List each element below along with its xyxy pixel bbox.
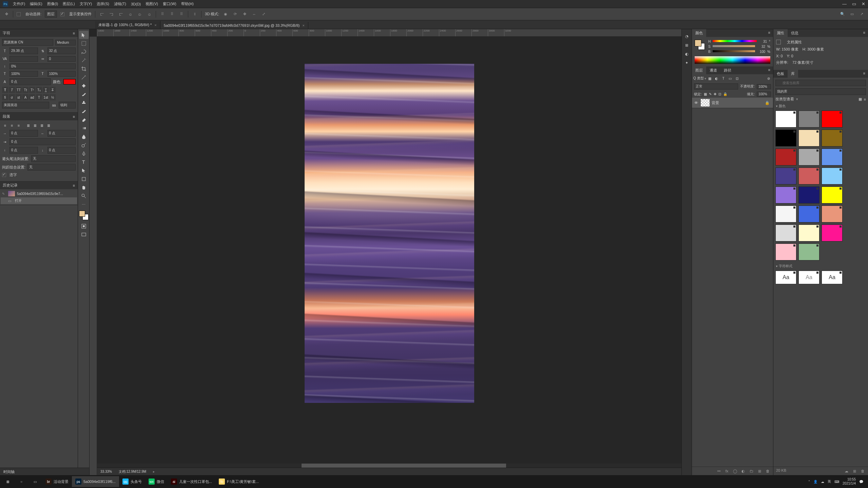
fx-icon[interactable]: fx — [724, 468, 730, 474]
kerning-input[interactable] — [9, 56, 38, 62]
zoom-level[interactable]: 33.33% — [100, 470, 112, 473]
start-button[interactable]: ⊞ — [1, 476, 14, 487]
swatch-item[interactable] — [822, 206, 843, 222]
brush-tool[interactable] — [79, 90, 89, 98]
allcaps-button[interactable]: TT — [16, 87, 22, 93]
lock-position-icon[interactable]: ✥ — [714, 92, 716, 96]
lock-icon[interactable]: 🔒 — [765, 101, 772, 105]
bri-value[interactable]: 100 — [757, 50, 765, 54]
view-by-label[interactable]: 按类型查看 — [775, 97, 794, 102]
hue-value[interactable]: 31 — [759, 40, 767, 43]
timeline-panel-tab[interactable]: 时间轴 — [0, 468, 90, 475]
taskbar-app[interactable]: ps5a0094e03f119f6... — [72, 476, 119, 487]
fill-input[interactable]: 100% — [757, 92, 771, 97]
menu-help[interactable]: 帮助(H) — [181, 1, 194, 6]
swatch-item[interactable] — [822, 225, 843, 241]
italic-button[interactable]: T — [9, 87, 15, 93]
tray-people-icon[interactable]: 👤 — [813, 480, 817, 484]
close-icon[interactable]: ✕ — [862, 1, 865, 6]
layer-thumb[interactable] — [701, 99, 710, 106]
hyphen-input[interactable]: 无 — [31, 155, 76, 162]
maximize-icon[interactable]: ▭ — [852, 1, 856, 6]
x-value[interactable]: 0 — [780, 54, 783, 58]
res-value[interactable]: 72 像素/英寸 — [792, 60, 813, 65]
taskbar-app[interactable]: br活动背景 — [42, 476, 72, 487]
filter-type-icon[interactable]: T — [720, 76, 727, 81]
align-top-icon[interactable]: ⫏ — [127, 11, 133, 17]
taskbar-app[interactable]: qq头条号 — [119, 476, 145, 487]
swatch-item[interactable] — [822, 187, 843, 203]
panel-menu-icon[interactable]: ≡ — [861, 70, 868, 78]
font-style-input[interactable]: Medium — [55, 40, 76, 45]
char-style-3[interactable]: Aa — [822, 271, 843, 284]
shift-input[interactable]: 0 点 — [9, 78, 51, 85]
share-icon[interactable]: ↗ — [859, 11, 865, 17]
sat-slider[interactable] — [713, 45, 755, 48]
vertical-ruler[interactable] — [90, 37, 97, 475]
ot-a-button[interactable]: A — [22, 94, 28, 100]
indent-left-input[interactable]: 0 点 — [9, 130, 38, 137]
indent-first-input[interactable]: 0 点 — [9, 138, 76, 145]
swatch-item[interactable] — [798, 206, 819, 222]
swatch-item[interactable] — [798, 168, 819, 184]
distribute-2-icon[interactable]: ⠿ — [169, 11, 175, 17]
workspace-icon[interactable]: ▭ — [849, 11, 855, 17]
lasso-tool[interactable] — [79, 48, 89, 56]
new-layer-icon[interactable]: ⊞ — [757, 468, 762, 474]
align-center-button[interactable]: ≡ — [9, 122, 15, 129]
swatch-item[interactable] — [798, 130, 819, 147]
swatch-item[interactable] — [775, 187, 796, 203]
text-color-swatch[interactable] — [63, 79, 76, 84]
tab-properties[interactable]: 属性 — [773, 29, 788, 37]
opacity-input[interactable]: 100% — [757, 84, 771, 89]
move-tool-icon[interactable]: ✥ — [3, 11, 9, 17]
foreground-color[interactable] — [79, 211, 85, 217]
menu-file[interactable]: 文件(F) — [13, 1, 25, 6]
lock-artboard-icon[interactable]: ⊡ — [718, 92, 721, 96]
mask-icon[interactable]: ◯ — [732, 468, 738, 474]
panel-menu-icon[interactable]: ≡ — [861, 29, 868, 37]
swatch-item[interactable] — [798, 149, 819, 165]
ot-sigma-button[interactable]: σ — [9, 94, 15, 100]
wand-tool[interactable] — [79, 56, 89, 64]
space-before-input[interactable]: 0 点 — [9, 147, 38, 154]
filter-shape-icon[interactable]: ▭ — [727, 76, 733, 81]
height-value[interactable]: 3000 像素 — [807, 47, 824, 51]
3d-slide-icon[interactable]: ↔ — [251, 11, 257, 17]
swatch-item[interactable] — [822, 111, 843, 128]
link-icon[interactable]: ⚯ — [716, 468, 721, 474]
tray-onedrive-icon[interactable]: ☁ — [821, 480, 824, 484]
bri-slider[interactable] — [713, 50, 755, 54]
histogram-icon[interactable]: ◔ — [683, 33, 691, 40]
indent-right-input[interactable]: 0 点 — [47, 130, 76, 137]
panel-menu-icon[interactable]: ≡ — [766, 66, 773, 74]
menu-type[interactable]: 文字(Y) — [80, 1, 92, 6]
hand-tool[interactable] — [79, 183, 89, 192]
width-value[interactable]: 1500 像素 — [782, 47, 798, 51]
hyphenate-checkbox[interactable] — [2, 173, 6, 177]
tab-libraries[interactable]: 库 — [788, 70, 798, 78]
blend-mode-input[interactable]: 正常 — [694, 83, 738, 90]
char-style-2[interactable]: Aa — [798, 271, 819, 284]
font-family-input[interactable]: 思源黑体 CN — [2, 39, 53, 46]
filter-toggle[interactable]: ⊘ — [766, 76, 772, 81]
tray-chevron-icon[interactable]: ˄ — [808, 480, 810, 484]
move-tool[interactable] — [79, 31, 89, 39]
superscript-button[interactable]: T¹ — [29, 87, 35, 93]
ot-half-button[interactable]: ½ — [50, 94, 56, 100]
swatch-item[interactable] — [822, 168, 843, 184]
panel-menu-icon[interactable]: ≡ — [73, 115, 75, 119]
add-content-icon[interactable]: ⊞ — [852, 468, 857, 474]
artboard-image[interactable] — [305, 64, 474, 403]
menu-edit[interactable]: 编辑(E) — [30, 1, 42, 6]
pen-tool[interactable] — [79, 150, 89, 158]
panel-menu-icon[interactable]: ≡ — [766, 29, 773, 37]
tray-ime-icon[interactable]: 英 — [828, 479, 831, 484]
layer-name[interactable]: 背景 — [712, 100, 719, 105]
canvas-viewport[interactable] — [97, 37, 681, 468]
swatch-item[interactable] — [822, 130, 843, 147]
healing-tool[interactable] — [79, 82, 89, 90]
spacing-input[interactable]: 无 — [27, 164, 76, 171]
swatch-item[interactable] — [775, 225, 796, 241]
language-input[interactable]: 美国英语 — [2, 102, 49, 109]
